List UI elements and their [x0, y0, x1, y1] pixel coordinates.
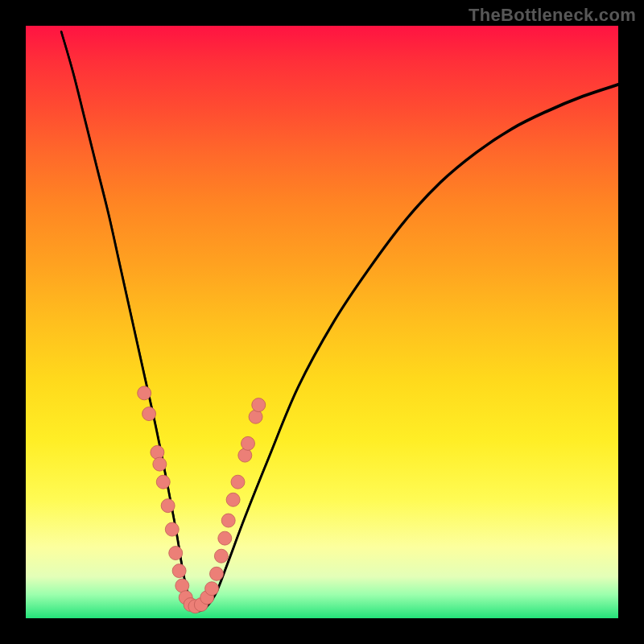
- marker-dot: [161, 499, 175, 513]
- marker-dot: [209, 567, 223, 580]
- marker-dot: [214, 549, 228, 563]
- marker-dot: [226, 493, 240, 506]
- curve-curve-a: [61, 31, 618, 611]
- marker-dot: [172, 564, 186, 578]
- chart-stage: TheBottleneck.com: [0, 0, 644, 644]
- curve-group: [61, 31, 618, 611]
- marker-dot: [252, 398, 266, 412]
- marker-dot: [138, 386, 151, 400]
- marker-dot: [175, 579, 189, 592]
- marker-dot: [156, 475, 170, 489]
- marker-dot: [221, 514, 235, 527]
- plot-area: [26, 26, 618, 618]
- marker-dot: [205, 582, 219, 596]
- marker-dot: [169, 547, 183, 560]
- attribution-text: TheBottleneck.com: [469, 5, 636, 26]
- marker-dot: [218, 531, 232, 545]
- marker-dot: [249, 410, 262, 423]
- curve-layer: [26, 26, 618, 618]
- marker-dot: [153, 457, 167, 471]
- marker-dot: [151, 445, 164, 459]
- marker-dot: [242, 436, 255, 450]
- marker-dot: [165, 522, 179, 536]
- marker-dot: [238, 448, 252, 462]
- marker-dot: [231, 475, 245, 489]
- marker-group: [138, 386, 266, 613]
- marker-dot: [142, 407, 156, 421]
